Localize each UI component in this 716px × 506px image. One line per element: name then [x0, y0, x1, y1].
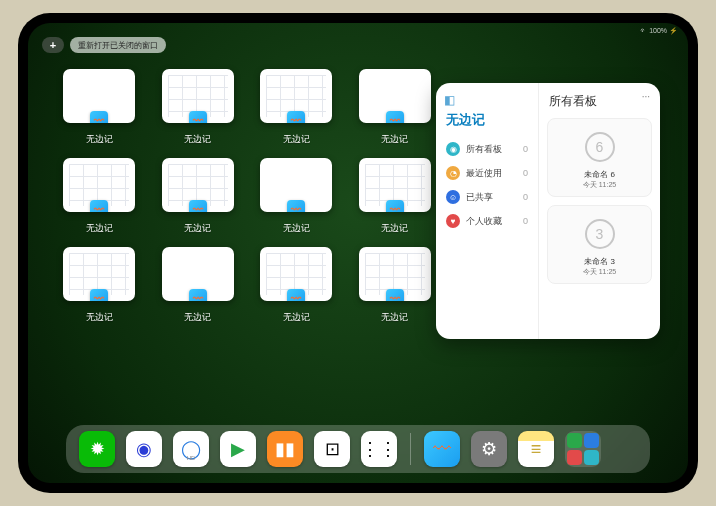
expose-window[interactable]: 〰无边记 — [259, 158, 334, 235]
window-label: 无边记 — [283, 222, 310, 235]
expose-window[interactable]: 〰无边记 — [358, 69, 433, 146]
expose-window[interactable]: 〰无边记 — [259, 247, 334, 324]
expose-window[interactable]: 〰无边记 — [62, 247, 137, 324]
filter-count: 0 — [523, 168, 528, 178]
browser1-icon[interactable]: ◉ — [126, 431, 162, 467]
window-thumbnail[interactable]: 〰 — [162, 158, 234, 212]
board-name: 未命名 6 — [554, 169, 645, 180]
play-icon[interactable]: ▶ — [220, 431, 256, 467]
screen: ᯤ 100% ⚡ + 重新打开已关闭的窗口 〰无边记〰无边记〰无边记〰无边记〰无… — [28, 23, 688, 483]
settings-icon[interactable]: ⚙ — [471, 431, 507, 467]
freeform-app-icon: 〰 — [189, 200, 207, 212]
expose-window[interactable]: 〰无边记 — [259, 69, 334, 146]
window-thumbnail[interactable]: 〰 — [162, 247, 234, 301]
window-label: 无边记 — [184, 311, 211, 324]
freeform-icon[interactable]: 〰 — [424, 431, 460, 467]
books-icon[interactable]: ▮▮ — [267, 431, 303, 467]
filter-item[interactable]: ◉所有看板0 — [444, 137, 530, 161]
window-thumbnail[interactable]: 〰 — [260, 69, 332, 123]
window-thumbnail[interactable]: 〰 — [359, 247, 431, 301]
freeform-app-icon: 〰 — [287, 111, 305, 123]
expose-window[interactable]: 〰无边记 — [161, 247, 236, 324]
add-window-button[interactable]: + — [42, 37, 64, 53]
window-label: 无边记 — [381, 133, 408, 146]
window-toolbar: + 重新打开已关闭的窗口 — [42, 37, 166, 53]
expose-window[interactable]: 〰无边记 — [161, 158, 236, 235]
filter-count: 0 — [523, 144, 528, 154]
expose-window[interactable]: 〰无边记 — [62, 158, 137, 235]
window-label: 无边记 — [283, 311, 310, 324]
board-time: 今天 11:25 — [554, 267, 645, 277]
freeform-app-icon: 〰 — [287, 289, 305, 301]
ipad-device: ᯤ 100% ⚡ + 重新打开已关闭的窗口 〰无边记〰无边记〰无边记〰无边记〰无… — [18, 13, 698, 493]
freeform-app-icon: 〰 — [90, 289, 108, 301]
filter-icon: ◔ — [446, 166, 460, 180]
filter-label: 已共享 — [466, 191, 493, 204]
freeform-app-icon: 〰 — [386, 200, 404, 212]
browser2-icon[interactable]: ◯HD — [173, 431, 209, 467]
window-thumbnail[interactable]: 〰 — [260, 158, 332, 212]
window-label: 无边记 — [381, 311, 408, 324]
window-label: 无边记 — [184, 222, 211, 235]
boards-heading: 所有看板 — [549, 93, 652, 110]
dock: ✹◉◯HD▶▮▮⊡⋮⋮〰⚙≡ — [66, 425, 650, 473]
expose-window[interactable]: 〰无边记 — [358, 247, 433, 324]
window-thumbnail[interactable]: 〰 — [63, 247, 135, 301]
window-label: 无边记 — [184, 133, 211, 146]
window-thumbnail[interactable]: 〰 — [260, 247, 332, 301]
window-thumbnail[interactable]: 〰 — [162, 69, 234, 123]
window-thumbnail[interactable]: 〰 — [359, 158, 431, 212]
window-thumbnail[interactable]: 〰 — [63, 158, 135, 212]
dice-icon[interactable]: ⊡ — [314, 431, 350, 467]
filter-label: 个人收藏 — [466, 215, 502, 228]
filter-item[interactable]: ☺已共享0 — [444, 185, 530, 209]
freeform-app-icon: 〰 — [90, 111, 108, 123]
window-label: 无边记 — [86, 133, 113, 146]
filter-item[interactable]: ♥个人收藏0 — [444, 209, 530, 233]
freeform-app-icon: 〰 — [90, 200, 108, 212]
sidebar-icon[interactable]: ◧ — [444, 93, 458, 107]
filter-count: 0 — [523, 216, 528, 226]
freeform-app-icon: 〰 — [386, 289, 404, 301]
status-bar: ᯤ 100% ⚡ — [640, 27, 678, 35]
window-label: 无边记 — [381, 222, 408, 235]
filter-label: 最近使用 — [466, 167, 502, 180]
freeform-panel[interactable]: ··· ◧ 无边记 ◉所有看板0◔最近使用0☺已共享0♥个人收藏0 所有看板 6… — [436, 83, 660, 339]
wechat-icon[interactable]: ✹ — [79, 431, 115, 467]
panel-sidebar: ◧ 无边记 ◉所有看板0◔最近使用0☺已共享0♥个人收藏0 — [436, 83, 539, 339]
dock-separator — [410, 433, 411, 465]
window-label: 无边记 — [86, 222, 113, 235]
board-card[interactable]: 6未命名 6今天 11:25 — [547, 118, 652, 197]
expose-grid: 〰无边记〰无边记〰无边记〰无边记〰无边记〰无边记〰无边记〰无边记〰无边记〰无边记… — [62, 69, 432, 324]
window-label: 无边记 — [86, 311, 113, 324]
panel-content: 所有看板 6未命名 6今天 11:253未命名 3今天 11:25 — [539, 83, 660, 339]
nodes-icon[interactable]: ⋮⋮ — [361, 431, 397, 467]
board-card[interactable]: 3未命名 3今天 11:25 — [547, 205, 652, 284]
freeform-app-icon: 〰 — [287, 200, 305, 212]
window-thumbnail[interactable]: 〰 — [63, 69, 135, 123]
window-thumbnail[interactable]: 〰 — [359, 69, 431, 123]
expose-window[interactable]: 〰无边记 — [62, 69, 137, 146]
freeform-app-icon: 〰 — [386, 111, 404, 123]
panel-title: 无边记 — [446, 111, 530, 129]
board-preview: 6 — [554, 125, 645, 169]
notes-icon[interactable]: ≡ — [518, 431, 554, 467]
filter-icon: ♥ — [446, 214, 460, 228]
window-label: 无边记 — [283, 133, 310, 146]
board-preview: 3 — [554, 212, 645, 256]
board-name: 未命名 3 — [554, 256, 645, 267]
freeform-app-icon: 〰 — [189, 289, 207, 301]
filter-icon: ☺ — [446, 190, 460, 204]
filter-item[interactable]: ◔最近使用0 — [444, 161, 530, 185]
expose-window[interactable]: 〰无边记 — [161, 69, 236, 146]
app-library-icon[interactable] — [565, 431, 601, 467]
filter-label: 所有看板 — [466, 143, 502, 156]
more-icon[interactable]: ··· — [642, 91, 650, 102]
expose-window[interactable]: 〰无边记 — [358, 158, 433, 235]
freeform-app-icon: 〰 — [189, 111, 207, 123]
filter-count: 0 — [523, 192, 528, 202]
board-time: 今天 11:25 — [554, 180, 645, 190]
filter-icon: ◉ — [446, 142, 460, 156]
reopen-closed-window-button[interactable]: 重新打开已关闭的窗口 — [70, 37, 166, 53]
